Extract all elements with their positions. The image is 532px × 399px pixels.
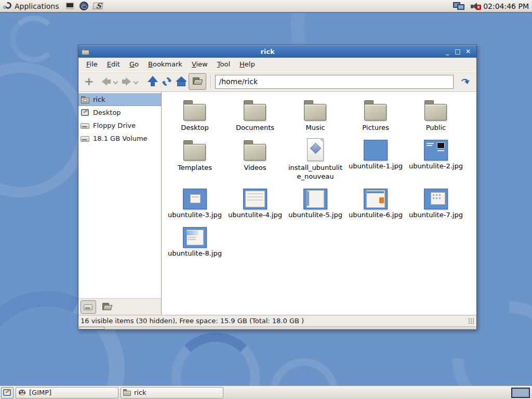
sidebar-item-desktop[interactable]: Desktop [78, 106, 161, 119]
menu-tool[interactable]: Tool [212, 59, 235, 70]
refresh-button[interactable] [159, 73, 174, 90]
paint-launcher-icon[interactable] [92, 1, 104, 11]
menu-bookmark[interactable]: Bookmark [143, 59, 187, 70]
file-view[interactable]: DesktopDocumentsMusicPicturesPublicTempl… [162, 92, 476, 315]
folder-icon [243, 138, 268, 162]
task-label: [GIMP] [29, 389, 51, 396]
workspace-pager[interactable] [511, 388, 531, 398]
address-input[interactable] [215, 75, 454, 89]
folder-icon [303, 98, 328, 122]
file-item-install-ubuntulite-nouveau[interactable]: install_ubuntulite_nouveau [285, 138, 345, 181]
file-item-ubuntulite-5-jpg[interactable]: ubuntulite-5.jpg [285, 187, 345, 219]
file-item-pictures[interactable]: Pictures [345, 98, 406, 132]
toolbar-separator [210, 75, 211, 88]
home-button[interactable] [174, 73, 189, 90]
maximize-button[interactable]: □ [453, 46, 463, 57]
file-item-ubuntulite-7-jpg[interactable]: ubuntulite-7.jpg [406, 187, 466, 219]
side-pane-toggle-button[interactable] [189, 73, 206, 90]
file-label: Videos [244, 164, 266, 172]
window-title: rick [93, 48, 442, 56]
menu-view[interactable]: View [187, 59, 212, 70]
file-item-ubuntulite-2-jpg[interactable]: ubuntulite-2.jpg [406, 138, 466, 181]
minimize-button[interactable]: _ [442, 46, 453, 57]
top-panel: Applications x 02:04:46 PM [0, 0, 532, 13]
statusbar-text: 16 visible items (30 hidden), Free space… [81, 317, 304, 325]
terminal-launcher-icon[interactable] [64, 1, 76, 11]
up-button[interactable] [146, 73, 159, 90]
file-item-documents[interactable]: Documents [225, 98, 285, 132]
sidebar-item-floppy-drive[interactable]: Floppy Drive [78, 119, 161, 132]
file-item-music[interactable]: Music [285, 98, 345, 132]
file-item-ubuntulite-8-jpg[interactable]: ubuntulite-8.jpg [165, 225, 225, 258]
horizontal-scrollbar[interactable] [78, 326, 476, 329]
statusbar: 16 visible items (30 hidden), Free space… [78, 315, 476, 326]
menu-file[interactable]: File [82, 59, 102, 70]
clock[interactable]: 02:04:46 PM [483, 2, 529, 10]
back-button[interactable] [100, 73, 112, 90]
back-history-chevron-icon[interactable] [113, 79, 118, 84]
new-tab-button[interactable]: + [83, 73, 95, 90]
file-item-ubuntulite-6-jpg[interactable]: ubuntulite-6.jpg [345, 187, 406, 219]
image-thumb-7 [424, 189, 448, 209]
folder-icon [182, 98, 207, 122]
applications-menu[interactable]: Applications [15, 2, 59, 10]
menu-go[interactable]: Go [125, 59, 143, 70]
wallpaper-swirl [0, 62, 88, 197]
forward-button[interactable] [121, 73, 132, 90]
show-desktop-button[interactable] [1, 387, 14, 398]
file-item-desktop[interactable]: Desktop [165, 98, 225, 132]
directory-tree-pane-button[interactable] [99, 300, 115, 314]
workspace-1[interactable] [511, 388, 530, 398]
sidebar-item-18-1-gb-volume[interactable]: 18.1 GB Volume [78, 132, 161, 145]
resize-grip[interactable] [468, 318, 474, 324]
browser-launcher-icon[interactable] [78, 1, 90, 11]
file-item-templates[interactable]: Templates [165, 138, 225, 181]
image-thumb-2 [424, 140, 448, 161]
drive-icon [81, 122, 90, 130]
file-label: ubuntulite-7.jpg [409, 211, 463, 219]
go-button[interactable] [458, 73, 472, 90]
task-button-gimp[interactable]: [GIMP] [16, 387, 118, 398]
menubar: FileEditGoBookmarkViewToolHelp [78, 58, 476, 71]
sidebar-item-label: 18.1 GB Volume [93, 135, 148, 142]
file-label: ubuntulite-1.jpg [349, 162, 403, 170]
file-label: Documents [236, 124, 274, 132]
desktop: Applications x 02:04:46 PM rick _ □ ✕ Fi… [0, 0, 532, 399]
file-manager-window: rick _ □ ✕ FileEditGoBookmarkViewToolHel… [78, 45, 477, 330]
menu-edit[interactable]: Edit [102, 59, 125, 70]
side-pane: rickDesktopFloppy Drive18.1 GB Volume [78, 92, 162, 315]
menu-help[interactable]: Help [235, 59, 260, 70]
folder-icon [182, 138, 207, 162]
folder-icon [423, 98, 448, 122]
task-button-rick[interactable]: rick [121, 387, 223, 398]
file-item-ubuntulite-3-jpg[interactable]: ubuntulite-3.jpg [165, 187, 225, 219]
file-item-videos[interactable]: Videos [225, 138, 285, 181]
taskbar: [GIMP] rick [0, 385, 532, 399]
drive-icon [81, 135, 90, 143]
sidebar-item-label: Floppy Drive [93, 122, 136, 129]
applications-menu-icon[interactable] [3, 2, 12, 11]
files-grid: DesktopDocumentsMusicPicturesPublicTempl… [165, 98, 476, 258]
image-thumb-5 [303, 189, 327, 209]
scrollbar-thumb[interactable] [79, 327, 104, 329]
image-thumb-4 [243, 189, 267, 209]
file-item-public[interactable]: Public [406, 98, 466, 132]
titlebar[interactable]: rick _ □ ✕ [78, 45, 476, 58]
file-label: install_ubuntulite_nouveau [286, 164, 344, 181]
file-label: ubuntulite-6.jpg [349, 211, 403, 219]
file-label: Templates [178, 164, 212, 172]
forward-history-chevron-icon[interactable] [134, 79, 139, 84]
close-button[interactable]: ✕ [463, 46, 473, 57]
file-label: Music [306, 124, 325, 132]
image-thumb-8 [183, 227, 207, 248]
file-item-ubuntulite-1-jpg[interactable]: ubuntulite-1.jpg [345, 138, 406, 181]
places-pane-button[interactable] [81, 300, 96, 314]
network-monitor-icon[interactable] [453, 1, 467, 11]
window-content: rickDesktopFloppy Drive18.1 GB Volume De… [78, 92, 476, 315]
sidebar-item-rick[interactable]: rick [78, 93, 161, 106]
folder-icon [243, 98, 268, 122]
gimp-icon [18, 389, 26, 396]
file-item-ubuntulite-4-jpg[interactable]: ubuntulite-4.jpg [225, 187, 285, 219]
volume-muted-icon[interactable]: x [470, 1, 481, 11]
show-desktop-icon [3, 389, 12, 397]
